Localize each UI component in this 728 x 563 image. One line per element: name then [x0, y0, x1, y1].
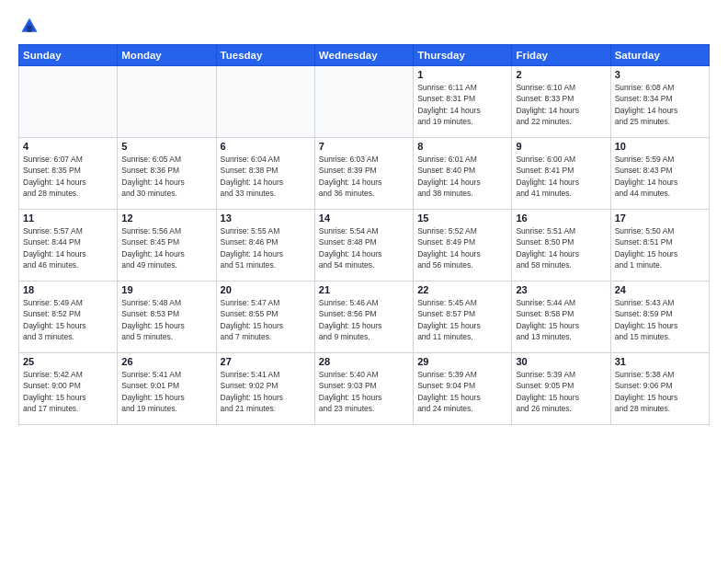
day-info: Sunrise: 5:46 AM Sunset: 8:56 PM Dayligh… [319, 297, 409, 342]
day-number: 22 [417, 284, 507, 295]
day-info: Sunrise: 6:00 AM Sunset: 8:41 PM Dayligh… [516, 154, 606, 199]
day-info: Sunrise: 5:40 AM Sunset: 9:03 PM Dayligh… [319, 369, 409, 414]
day-number: 18 [23, 284, 113, 295]
day-info: Sunrise: 5:55 AM Sunset: 8:46 PM Dayligh… [221, 225, 311, 270]
weekday-header: Wednesday [314, 45, 413, 66]
page-header [18, 15, 710, 37]
weekday-header: Sunday [19, 45, 118, 66]
day-number: 16 [516, 213, 606, 224]
day-info: Sunrise: 6:01 AM Sunset: 8:40 PM Dayligh… [417, 154, 507, 199]
calendar-day-cell: 7Sunrise: 6:03 AM Sunset: 8:39 PM Daylig… [314, 138, 413, 210]
calendar-day-cell: 18Sunrise: 5:49 AM Sunset: 8:52 PM Dayli… [19, 282, 118, 353]
day-number: 29 [417, 356, 507, 367]
calendar-week-row: 25Sunrise: 5:42 AM Sunset: 9:00 PM Dayli… [19, 353, 710, 425]
day-info: Sunrise: 5:56 AM Sunset: 8:45 PM Dayligh… [121, 225, 211, 270]
day-number: 14 [319, 213, 409, 224]
day-number: 7 [319, 141, 409, 152]
day-number: 1 [417, 69, 507, 80]
calendar-day-cell: 5Sunrise: 6:05 AM Sunset: 8:36 PM Daylig… [118, 138, 216, 210]
day-number: 12 [121, 213, 211, 224]
day-number: 11 [23, 213, 113, 224]
day-info: Sunrise: 5:39 AM Sunset: 9:05 PM Dayligh… [516, 369, 606, 414]
calendar-day-cell: 26Sunrise: 5:41 AM Sunset: 9:01 PM Dayli… [118, 353, 216, 425]
calendar-table: SundayMondayTuesdayWednesdayThursdayFrid… [18, 44, 710, 425]
calendar-day-cell [19, 66, 118, 138]
calendar-day-cell: 25Sunrise: 5:42 AM Sunset: 9:00 PM Dayli… [19, 353, 118, 425]
day-number: 30 [516, 356, 606, 367]
calendar-day-cell: 30Sunrise: 5:39 AM Sunset: 9:05 PM Dayli… [512, 353, 610, 425]
day-number: 19 [121, 284, 211, 295]
logo-icon [18, 15, 40, 37]
day-number: 20 [221, 284, 311, 295]
calendar-week-row: 11Sunrise: 5:57 AM Sunset: 8:44 PM Dayli… [19, 210, 710, 282]
calendar-week-row: 1Sunrise: 6:11 AM Sunset: 8:31 PM Daylig… [19, 66, 710, 138]
calendar-day-cell [216, 66, 314, 138]
day-info: Sunrise: 6:03 AM Sunset: 8:39 PM Dayligh… [319, 154, 409, 199]
day-number: 5 [121, 141, 211, 152]
day-info: Sunrise: 5:45 AM Sunset: 8:57 PM Dayligh… [417, 297, 507, 342]
day-info: Sunrise: 5:43 AM Sunset: 8:59 PM Dayligh… [615, 297, 705, 342]
day-info: Sunrise: 5:41 AM Sunset: 9:01 PM Dayligh… [121, 369, 211, 414]
day-info: Sunrise: 5:48 AM Sunset: 8:53 PM Dayligh… [121, 297, 211, 342]
calendar-day-cell: 17Sunrise: 5:50 AM Sunset: 8:51 PM Dayli… [610, 210, 709, 282]
svg-rect-2 [27, 26, 31, 32]
day-number: 26 [121, 356, 211, 367]
day-info: Sunrise: 5:44 AM Sunset: 8:58 PM Dayligh… [516, 297, 606, 342]
day-number: 23 [516, 284, 606, 295]
weekday-header: Tuesday [216, 45, 314, 66]
day-number: 27 [221, 356, 311, 367]
day-info: Sunrise: 5:47 AM Sunset: 8:55 PM Dayligh… [221, 297, 311, 342]
calendar-page: SundayMondayTuesdayWednesdayThursdayFrid… [0, 0, 728, 563]
day-info: Sunrise: 5:39 AM Sunset: 9:04 PM Dayligh… [417, 369, 507, 414]
day-number: 6 [221, 141, 311, 152]
day-number: 31 [615, 356, 705, 367]
day-number: 21 [319, 284, 409, 295]
day-number: 3 [615, 69, 705, 80]
day-number: 4 [23, 141, 113, 152]
calendar-day-cell: 24Sunrise: 5:43 AM Sunset: 8:59 PM Dayli… [610, 282, 709, 353]
calendar-day-cell: 13Sunrise: 5:55 AM Sunset: 8:46 PM Dayli… [216, 210, 314, 282]
day-info: Sunrise: 6:11 AM Sunset: 8:31 PM Dayligh… [417, 82, 507, 127]
calendar-day-cell: 29Sunrise: 5:39 AM Sunset: 9:04 PM Dayli… [414, 353, 512, 425]
day-number: 25 [23, 356, 113, 367]
calendar-day-cell: 1Sunrise: 6:11 AM Sunset: 8:31 PM Daylig… [414, 66, 512, 138]
day-number: 8 [417, 141, 507, 152]
day-info: Sunrise: 6:07 AM Sunset: 8:35 PM Dayligh… [23, 154, 113, 199]
day-number: 17 [615, 213, 705, 224]
day-info: Sunrise: 5:42 AM Sunset: 9:00 PM Dayligh… [23, 369, 113, 414]
calendar-day-cell: 11Sunrise: 5:57 AM Sunset: 8:44 PM Dayli… [19, 210, 118, 282]
day-number: 28 [319, 356, 409, 367]
calendar-week-row: 18Sunrise: 5:49 AM Sunset: 8:52 PM Dayli… [19, 282, 710, 353]
day-number: 2 [516, 69, 606, 80]
weekday-header: Saturday [610, 45, 709, 66]
day-info: Sunrise: 6:10 AM Sunset: 8:33 PM Dayligh… [516, 82, 606, 127]
calendar-day-cell: 14Sunrise: 5:54 AM Sunset: 8:48 PM Dayli… [314, 210, 413, 282]
calendar-day-cell: 9Sunrise: 6:00 AM Sunset: 8:41 PM Daylig… [512, 138, 610, 210]
calendar-day-cell: 20Sunrise: 5:47 AM Sunset: 8:55 PM Dayli… [216, 282, 314, 353]
calendar-day-cell: 15Sunrise: 5:52 AM Sunset: 8:49 PM Dayli… [414, 210, 512, 282]
calendar-day-cell: 21Sunrise: 5:46 AM Sunset: 8:56 PM Dayli… [314, 282, 413, 353]
calendar-day-cell: 3Sunrise: 6:08 AM Sunset: 8:34 PM Daylig… [610, 66, 709, 138]
day-number: 15 [417, 213, 507, 224]
day-info: Sunrise: 5:57 AM Sunset: 8:44 PM Dayligh… [23, 225, 113, 270]
calendar-day-cell [118, 66, 216, 138]
calendar-week-row: 4Sunrise: 6:07 AM Sunset: 8:35 PM Daylig… [19, 138, 710, 210]
calendar-day-cell [314, 66, 413, 138]
day-info: Sunrise: 5:41 AM Sunset: 9:02 PM Dayligh… [221, 369, 311, 414]
calendar-day-cell: 8Sunrise: 6:01 AM Sunset: 8:40 PM Daylig… [414, 138, 512, 210]
day-info: Sunrise: 5:54 AM Sunset: 8:48 PM Dayligh… [319, 225, 409, 270]
calendar-day-cell: 4Sunrise: 6:07 AM Sunset: 8:35 PM Daylig… [19, 138, 118, 210]
day-number: 10 [615, 141, 705, 152]
calendar-header-row: SundayMondayTuesdayWednesdayThursdayFrid… [19, 45, 710, 66]
calendar-day-cell: 6Sunrise: 6:04 AM Sunset: 8:38 PM Daylig… [216, 138, 314, 210]
day-number: 9 [516, 141, 606, 152]
day-info: Sunrise: 6:08 AM Sunset: 8:34 PM Dayligh… [615, 82, 705, 127]
day-info: Sunrise: 6:04 AM Sunset: 8:38 PM Dayligh… [221, 154, 311, 199]
day-info: Sunrise: 5:49 AM Sunset: 8:52 PM Dayligh… [23, 297, 113, 342]
day-info: Sunrise: 5:59 AM Sunset: 8:43 PM Dayligh… [615, 154, 705, 199]
day-info: Sunrise: 5:38 AM Sunset: 9:06 PM Dayligh… [615, 369, 705, 414]
calendar-day-cell: 12Sunrise: 5:56 AM Sunset: 8:45 PM Dayli… [118, 210, 216, 282]
calendar-day-cell: 27Sunrise: 5:41 AM Sunset: 9:02 PM Dayli… [216, 353, 314, 425]
weekday-header: Friday [512, 45, 610, 66]
day-info: Sunrise: 6:05 AM Sunset: 8:36 PM Dayligh… [121, 154, 211, 199]
